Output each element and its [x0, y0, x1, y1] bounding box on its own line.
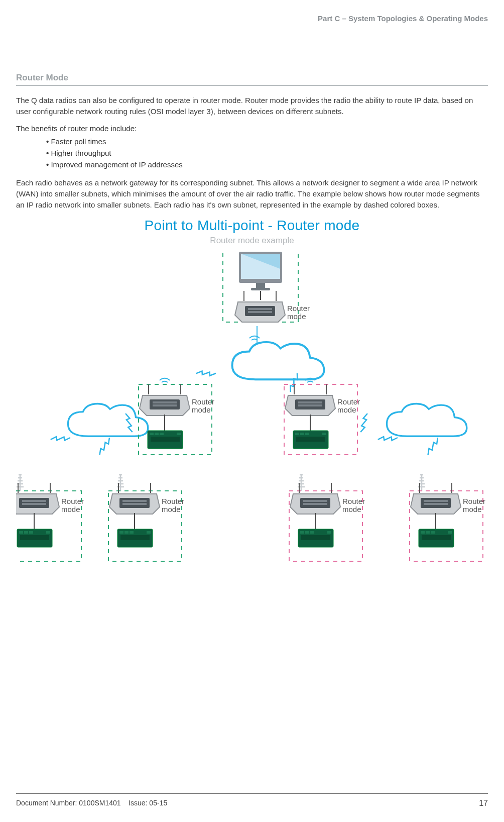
diagram-title: Point to Multi-point - Router mode — [16, 218, 488, 234]
diagram-node-remote-1: Router mode — [16, 474, 84, 561]
diagram-node-repeater-left: Router mode — [139, 378, 214, 454]
footer-issue: Issue: 05-15 — [129, 799, 167, 807]
svg-text:Router: Router — [192, 397, 214, 406]
footer-page-number: 17 — [479, 799, 488, 808]
svg-text:mode: mode — [162, 505, 181, 513]
svg-text:Router: Router — [287, 304, 310, 313]
footer-document-number: Document Number: 0100SM1401 — [16, 799, 121, 807]
svg-text:Router: Router — [463, 497, 485, 505]
diagram-node-remote-3: Router mode — [289, 474, 365, 561]
diagram-subtitle: Router mode example — [16, 236, 488, 246]
svg-text:mode: mode — [342, 505, 361, 513]
svg-text:Router: Router — [61, 497, 84, 505]
svg-text:mode: mode — [337, 405, 356, 414]
page-footer: Document Number: 0100SM1401 Issue: 05-15… — [16, 793, 488, 808]
list-item: Higher throughput — [46, 147, 488, 159]
svg-text:mode: mode — [61, 505, 80, 513]
svg-text:mode: mode — [192, 405, 211, 414]
diagram-node-remote-4: Router mode — [410, 474, 485, 561]
diagram-node-repeater-right: Router mode — [284, 378, 360, 454]
diagram-node-master: Router mode — [223, 252, 310, 322]
svg-text:Router: Router — [342, 497, 365, 505]
topology-diagram: Router mode Router — [16, 252, 488, 593]
svg-text:Router: Router — [337, 397, 360, 406]
cloud-right — [387, 403, 467, 436]
svg-text:Router: Router — [162, 497, 184, 505]
diagram-node-remote-2: Router mode — [108, 474, 184, 561]
cloud-center — [232, 342, 324, 379]
list-item: Faster poll times — [46, 136, 488, 147]
benefits-intro-text: The benefits of router mode include: — [16, 124, 488, 133]
benefits-list: Faster poll times Higher throughput Impr… — [46, 136, 488, 171]
svg-text:mode: mode — [287, 312, 306, 321]
svg-text:mode: mode — [463, 505, 482, 513]
paragraph-description: Each radio behaves as a network gateway … — [16, 177, 488, 210]
cloud-left — [68, 403, 148, 436]
paragraph-intro: The Q data radios can also be configured… — [16, 95, 488, 117]
section-title-router-mode: Router Mode — [16, 73, 488, 86]
diagram-container: Point to Multi-point - Router mode Route… — [16, 218, 488, 593]
header-part-label: Part C – System Topologies & Operating M… — [16, 14, 488, 23]
list-item: Improved management of IP addresses — [46, 159, 488, 170]
